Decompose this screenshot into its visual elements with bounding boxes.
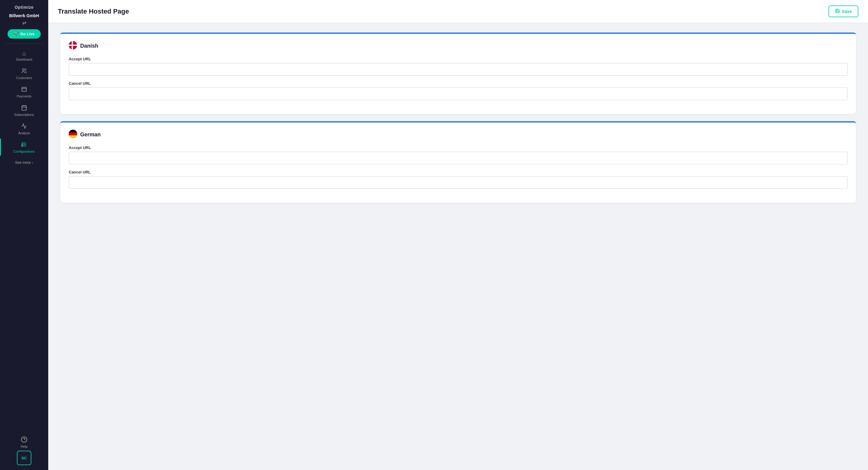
danish-cancel-url-group: Cancel URL (69, 81, 847, 100)
svg-point-12 (22, 145, 23, 146)
go-live-label: Go Live (20, 32, 35, 36)
german-cancel-url-input[interactable] (69, 176, 847, 189)
svg-rect-1 (22, 87, 27, 91)
payments-icon (21, 86, 27, 93)
sidebar-bottom: Help SC (0, 436, 48, 465)
save-label: Save (842, 9, 852, 14)
sidebar-item-analyze[interactable]: Analyze (0, 120, 48, 137)
danish-accept-url-input[interactable] (69, 63, 847, 76)
help-label: Help (21, 445, 28, 448)
sidebar-navigation: ⌂ Dashboard Customers Payments (0, 47, 48, 434)
save-button[interactable]: Save (829, 5, 858, 17)
svg-rect-22 (69, 136, 77, 138)
svg-rect-17 (69, 45, 77, 46)
avatar[interactable]: SC (17, 451, 31, 465)
svg-point-0 (22, 69, 24, 71)
sidebar-item-customers[interactable]: Customers (0, 65, 48, 82)
save-icon (835, 8, 840, 14)
sidebar-item-label: Dashboard (16, 58, 32, 61)
sidebar-item-subscriptions[interactable]: Subscriptions (0, 102, 48, 119)
sidebar-item-label: Configurations (13, 150, 35, 153)
analyze-icon (21, 123, 27, 130)
sidebar-item-label: Payments (17, 94, 32, 98)
sidebar-item-help[interactable]: Help (21, 436, 28, 448)
go-live-button[interactable]: 🚀 Go Live (7, 29, 41, 39)
german-cancel-url-label: Cancel URL (69, 170, 847, 174)
german-flag-icon (69, 130, 77, 139)
help-icon (21, 436, 27, 443)
see-more-link[interactable]: See more › (15, 158, 33, 167)
danish-language-card: Danish Accept URL Cancel URL (60, 33, 856, 114)
sidebar-company-name: Billwerk GmbH (9, 13, 39, 18)
german-accept-url-label: Accept URL (69, 145, 847, 150)
sidebar-item-dashboard[interactable]: ⌂ Dashboard (0, 47, 48, 64)
sidebar: Optimize Billwerk GmbH ⇄ 🚀 Go Live ⌂ Das… (0, 0, 48, 470)
customers-icon (21, 68, 27, 75)
german-cancel-url-group: Cancel URL (69, 170, 847, 189)
svg-point-10 (22, 142, 23, 143)
german-language-card: German Accept URL Cancel URL (60, 121, 856, 203)
page-title: Translate Hosted Page (58, 7, 129, 16)
sidebar-item-label: Subscriptions (14, 113, 34, 116)
content-area: Danish Accept URL Cancel URL (48, 23, 868, 212)
configurations-icon (21, 142, 27, 148)
subscriptions-icon (21, 105, 27, 112)
sidebar-divider (5, 43, 43, 44)
danish-flag-icon (69, 41, 77, 51)
sidebar-item-payments[interactable]: Payments (0, 83, 48, 100)
danish-accept-url-group: Accept URL (69, 57, 847, 76)
svg-rect-20 (69, 130, 77, 133)
german-accept-url-input[interactable] (69, 152, 847, 165)
svg-rect-21 (69, 133, 77, 135)
top-bar: Translate Hosted Page Save (48, 0, 868, 23)
rocket-icon: 🚀 (13, 32, 19, 36)
sidebar-item-label: Analyze (18, 131, 30, 135)
sidebar-item-configurations[interactable]: Configurations (0, 139, 48, 156)
danish-card-header: Danish (69, 41, 847, 51)
german-card-header: German (69, 130, 847, 139)
switch-arrows-icon[interactable]: ⇄ (22, 20, 26, 26)
svg-point-11 (22, 144, 23, 145)
danish-cancel-url-input[interactable] (69, 87, 847, 100)
danish-lang-name: Danish (80, 43, 98, 49)
see-more-label: See more (15, 160, 31, 165)
sidebar-item-label: Customers (16, 76, 32, 80)
sidebar-optimize-label: Optimize (0, 0, 48, 13)
danish-cancel-url-label: Cancel URL (69, 81, 847, 86)
home-icon: ⌂ (22, 50, 26, 56)
german-accept-url-group: Accept URL (69, 145, 847, 165)
main-content: Translate Hosted Page Save (48, 0, 868, 470)
chevron-right-icon: › (32, 160, 33, 165)
german-lang-name: German (80, 131, 101, 138)
danish-accept-url-label: Accept URL (69, 57, 847, 61)
